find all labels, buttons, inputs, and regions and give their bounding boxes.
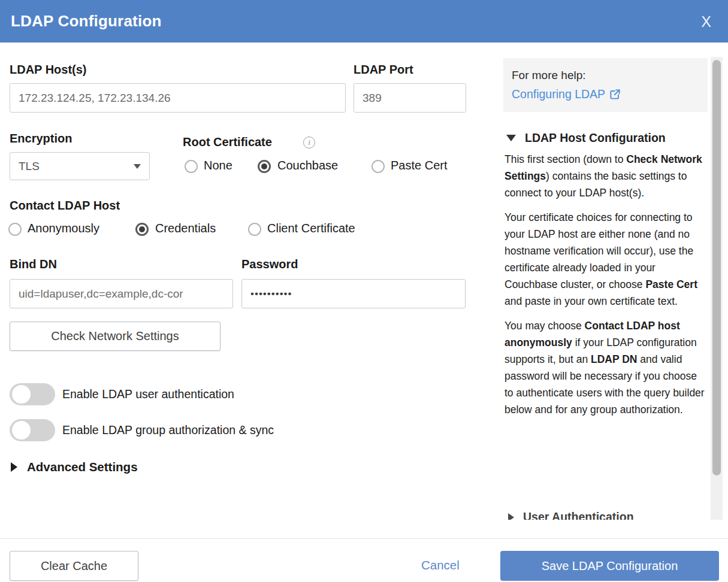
help-paragraph: Your certificate choices for connecting … xyxy=(505,209,708,310)
encryption-select[interactable]: TLS xyxy=(10,152,150,180)
advanced-settings-toggle[interactable]: Advanced Settings xyxy=(11,460,138,474)
contact-ldap-host-label: Contact LDAP Host xyxy=(10,199,120,213)
help-paragraphs: This first section (down to Check Networ… xyxy=(505,151,708,426)
scrollbar-track[interactable] xyxy=(711,57,723,520)
radio-root-cert-paste[interactable] xyxy=(371,160,385,173)
radio-root-cert-none-label[interactable]: None xyxy=(204,159,232,172)
scrollbar-thumb[interactable] xyxy=(712,60,721,475)
root-certificate-label: Root Certificate xyxy=(183,135,272,149)
radio-contact-credentials-label[interactable]: Credentials xyxy=(155,222,216,235)
help-section-title: LDAP Host Configuration xyxy=(525,131,666,145)
encryption-label: Encryption xyxy=(10,132,72,146)
help-intro-text: For more help: xyxy=(512,69,586,82)
ldap-hosts-label: LDAP Host(s) xyxy=(10,63,87,77)
toggle-knob xyxy=(12,421,31,439)
radio-contact-anonymously-label[interactable]: Anonymously xyxy=(28,222,99,235)
bind-dn-input[interactable] xyxy=(10,279,233,308)
toggle-enable-user-auth-label: Enable LDAP user authentication xyxy=(62,387,234,401)
triangle-right-icon xyxy=(508,513,514,520)
radio-contact-client-cert[interactable] xyxy=(248,223,261,236)
configuring-ldap-link-text[interactable]: Configuring LDAP xyxy=(512,87,605,101)
save-ldap-configuration-button[interactable]: Save LDAP Configuration xyxy=(500,551,719,581)
close-icon[interactable]: X xyxy=(701,13,711,30)
help-paragraph: This first section (down to Check Networ… xyxy=(505,151,708,201)
dialog-header: LDAP Configuration X xyxy=(0,0,728,43)
radio-contact-credentials[interactable] xyxy=(135,223,149,236)
ldap-configuration-dialog: LDAP Configuration X LDAP Host(s) LDAP P… xyxy=(0,0,728,582)
help-section-ldap-host-config[interactable]: LDAP Host Configuration xyxy=(506,131,666,145)
clear-cache-button[interactable]: Clear Cache xyxy=(10,551,138,581)
help-section-user-authentication[interactable]: User Authentication xyxy=(508,510,634,520)
toggle-enable-user-auth[interactable] xyxy=(10,383,55,405)
password-input[interactable] xyxy=(241,279,466,308)
radio-root-cert-none[interactable] xyxy=(185,160,198,173)
footer-divider xyxy=(0,538,728,539)
radio-root-cert-paste-label[interactable]: Paste Cert xyxy=(391,159,447,172)
dialog-title: LDAP Configuration xyxy=(11,12,162,31)
radio-contact-client-cert-label[interactable]: Client Certificate xyxy=(267,222,355,235)
triangle-down-icon xyxy=(506,135,516,141)
bind-dn-label: Bind DN xyxy=(10,257,57,271)
chevron-down-icon xyxy=(134,164,141,169)
toggle-enable-group-sync[interactable] xyxy=(10,419,55,441)
toggle-enable-group-sync-label: Enable LDAP group authorization & sync xyxy=(62,423,274,437)
password-label: Password xyxy=(241,257,298,271)
ldap-hosts-input[interactable] xyxy=(10,83,346,113)
help-paragraph: You may choose Contact LDAP host anonymo… xyxy=(505,317,708,418)
help-box: For more help: Configuring LDAP xyxy=(503,58,708,112)
radio-root-cert-couchbase-label[interactable]: Couchbase xyxy=(277,159,338,172)
external-link-icon xyxy=(609,89,621,100)
toggle-knob xyxy=(12,385,31,404)
help-panel: For more help: Configuring LDAP LDAP Hos… xyxy=(503,57,723,520)
cancel-link[interactable]: Cancel xyxy=(421,558,460,572)
radio-root-cert-couchbase[interactable] xyxy=(258,160,271,173)
check-network-settings-button[interactable]: Check Network Settings xyxy=(10,322,220,351)
radio-contact-anonymously[interactable] xyxy=(8,223,22,236)
ldap-port-input[interactable] xyxy=(354,83,466,113)
ldap-port-label: LDAP Port xyxy=(354,63,413,77)
triangle-right-icon xyxy=(11,462,17,472)
encryption-selected-value: TLS xyxy=(19,160,134,173)
info-icon[interactable]: i xyxy=(303,137,315,148)
configuring-ldap-link[interactable]: Configuring LDAP xyxy=(512,87,621,101)
help-next-section-title: User Authentication xyxy=(523,510,634,520)
advanced-settings-label: Advanced Settings xyxy=(27,460,138,474)
